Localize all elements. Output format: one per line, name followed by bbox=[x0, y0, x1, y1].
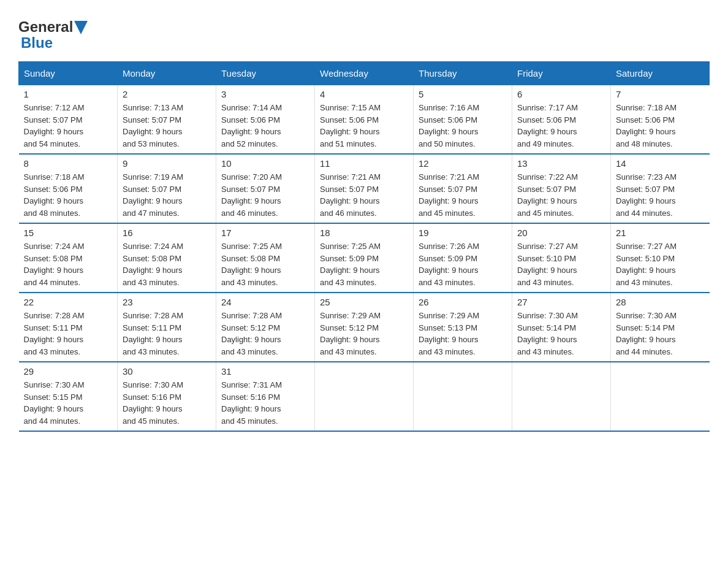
day-number: 12 bbox=[419, 158, 507, 169]
calendar-cell-w5-d2: 30Sunrise: 7:30 AMSunset: 5:16 PMDayligh… bbox=[118, 362, 216, 431]
calendar-cell-w2-d4: 11Sunrise: 7:21 AMSunset: 5:07 PMDayligh… bbox=[315, 154, 414, 223]
weekday-header-tuesday: Tuesday bbox=[216, 62, 315, 85]
day-number: 14 bbox=[616, 158, 705, 169]
day-number: 24 bbox=[221, 297, 309, 307]
calendar-cell-w3-d1: 15Sunrise: 7:24 AMSunset: 5:08 PMDayligh… bbox=[19, 223, 118, 293]
day-number: 18 bbox=[320, 228, 408, 238]
day-number: 3 bbox=[221, 89, 309, 99]
day-info: Sunrise: 7:13 AMSunset: 5:07 PMDaylight:… bbox=[123, 102, 211, 150]
day-number: 28 bbox=[616, 297, 705, 307]
calendar-cell-w3-d3: 17Sunrise: 7:25 AMSunset: 5:08 PMDayligh… bbox=[216, 223, 315, 293]
day-number: 10 bbox=[221, 158, 309, 169]
logo-blue-text: Blue bbox=[21, 34, 53, 52]
day-info: Sunrise: 7:18 AMSunset: 5:06 PMDaylight:… bbox=[616, 102, 705, 150]
day-number: 4 bbox=[320, 89, 408, 99]
day-info: Sunrise: 7:20 AMSunset: 5:07 PMDaylight:… bbox=[221, 171, 309, 219]
day-info: Sunrise: 7:27 AMSunset: 5:10 PMDaylight:… bbox=[517, 240, 605, 288]
calendar-cell-w4-d1: 22Sunrise: 7:28 AMSunset: 5:11 PMDayligh… bbox=[19, 293, 118, 362]
calendar-cell-w3-d5: 19Sunrise: 7:26 AMSunset: 5:09 PMDayligh… bbox=[414, 223, 512, 293]
day-info: Sunrise: 7:25 AMSunset: 5:08 PMDaylight:… bbox=[221, 240, 309, 288]
calendar-cell-w5-d3: 31Sunrise: 7:31 AMSunset: 5:16 PMDayligh… bbox=[216, 362, 315, 431]
day-info: Sunrise: 7:31 AMSunset: 5:16 PMDaylight:… bbox=[221, 379, 309, 427]
day-number: 30 bbox=[123, 366, 211, 377]
day-number: 5 bbox=[419, 89, 507, 99]
day-info: Sunrise: 7:15 AMSunset: 5:06 PMDaylight:… bbox=[320, 102, 408, 150]
week-row-4: 22Sunrise: 7:28 AMSunset: 5:11 PMDayligh… bbox=[19, 293, 710, 362]
weekday-header-saturday: Saturday bbox=[611, 62, 710, 85]
day-info: Sunrise: 7:21 AMSunset: 5:07 PMDaylight:… bbox=[320, 171, 408, 219]
day-info: Sunrise: 7:28 AMSunset: 5:11 PMDaylight:… bbox=[24, 310, 113, 358]
day-info: Sunrise: 7:12 AMSunset: 5:07 PMDaylight:… bbox=[24, 102, 113, 150]
calendar-cell-w1-d1: 1Sunrise: 7:12 AMSunset: 5:07 PMDaylight… bbox=[19, 85, 118, 155]
day-number: 2 bbox=[123, 89, 211, 99]
day-info: Sunrise: 7:27 AMSunset: 5:10 PMDaylight:… bbox=[616, 240, 705, 288]
week-row-1: 1Sunrise: 7:12 AMSunset: 5:07 PMDaylight… bbox=[19, 85, 710, 155]
weekday-header-sunday: Sunday bbox=[19, 62, 118, 85]
weekday-header-thursday: Thursday bbox=[414, 62, 512, 85]
day-info: Sunrise: 7:30 AMSunset: 5:15 PMDaylight:… bbox=[24, 379, 113, 427]
calendar-cell-w1-d4: 4Sunrise: 7:15 AMSunset: 5:06 PMDaylight… bbox=[315, 85, 414, 155]
calendar-cell-w2-d2: 9Sunrise: 7:19 AMSunset: 5:07 PMDaylight… bbox=[118, 154, 216, 223]
calendar-cell-w1-d3: 3Sunrise: 7:14 AMSunset: 5:06 PMDaylight… bbox=[216, 85, 315, 155]
day-number: 23 bbox=[123, 297, 211, 307]
calendar-cell-w5-d7 bbox=[611, 362, 710, 431]
day-info: Sunrise: 7:24 AMSunset: 5:08 PMDaylight:… bbox=[24, 240, 113, 288]
day-info: Sunrise: 7:14 AMSunset: 5:06 PMDaylight:… bbox=[221, 102, 309, 150]
day-number: 7 bbox=[616, 89, 705, 99]
calendar-cell-w1-d5: 5Sunrise: 7:16 AMSunset: 5:06 PMDaylight… bbox=[414, 85, 512, 155]
calendar-cell-w5-d5 bbox=[414, 362, 512, 431]
day-info: Sunrise: 7:30 AMSunset: 5:16 PMDaylight:… bbox=[123, 379, 211, 427]
day-number: 22 bbox=[24, 297, 113, 307]
svg-marker-0 bbox=[74, 21, 88, 34]
day-info: Sunrise: 7:28 AMSunset: 5:11 PMDaylight:… bbox=[123, 310, 211, 358]
calendar-cell-w2-d5: 12Sunrise: 7:21 AMSunset: 5:07 PMDayligh… bbox=[414, 154, 512, 223]
logo: General Blue bbox=[18, 12, 88, 52]
logo-row1: General bbox=[18, 18, 88, 36]
calendar-cell-w2-d6: 13Sunrise: 7:22 AMSunset: 5:07 PMDayligh… bbox=[512, 154, 611, 223]
day-info: Sunrise: 7:19 AMSunset: 5:07 PMDaylight:… bbox=[123, 171, 211, 219]
calendar-cell-w4-d4: 25Sunrise: 7:29 AMSunset: 5:12 PMDayligh… bbox=[315, 293, 414, 362]
day-info: Sunrise: 7:24 AMSunset: 5:08 PMDaylight:… bbox=[123, 240, 211, 288]
day-info: Sunrise: 7:18 AMSunset: 5:06 PMDaylight:… bbox=[24, 171, 113, 219]
day-info: Sunrise: 7:17 AMSunset: 5:06 PMDaylight:… bbox=[517, 102, 605, 150]
day-number: 21 bbox=[616, 228, 705, 238]
day-info: Sunrise: 7:30 AMSunset: 5:14 PMDaylight:… bbox=[517, 310, 605, 358]
calendar-cell-w4-d2: 23Sunrise: 7:28 AMSunset: 5:11 PMDayligh… bbox=[118, 293, 216, 362]
calendar-cell-w4-d7: 28Sunrise: 7:30 AMSunset: 5:14 PMDayligh… bbox=[611, 293, 710, 362]
logo-general-text: General bbox=[18, 18, 73, 36]
logo-arrow-icon bbox=[74, 21, 88, 34]
day-info: Sunrise: 7:26 AMSunset: 5:09 PMDaylight:… bbox=[419, 240, 507, 288]
day-info: Sunrise: 7:22 AMSunset: 5:07 PMDaylight:… bbox=[517, 171, 605, 219]
day-number: 15 bbox=[24, 228, 113, 238]
calendar-table: SundayMondayTuesdayWednesdayThursdayFrid… bbox=[18, 61, 710, 432]
calendar-cell-w2-d1: 8Sunrise: 7:18 AMSunset: 5:06 PMDaylight… bbox=[19, 154, 118, 223]
calendar-cell-w2-d3: 10Sunrise: 7:20 AMSunset: 5:07 PMDayligh… bbox=[216, 154, 315, 223]
day-info: Sunrise: 7:23 AMSunset: 5:07 PMDaylight:… bbox=[616, 171, 705, 219]
day-info: Sunrise: 7:29 AMSunset: 5:13 PMDaylight:… bbox=[419, 310, 507, 358]
day-number: 17 bbox=[221, 228, 309, 238]
day-number: 29 bbox=[24, 366, 113, 377]
day-number: 1 bbox=[24, 89, 113, 99]
weekday-header-wednesday: Wednesday bbox=[315, 62, 414, 85]
calendar-cell-w2-d7: 14Sunrise: 7:23 AMSunset: 5:07 PMDayligh… bbox=[611, 154, 710, 223]
calendar-cell-w3-d7: 21Sunrise: 7:27 AMSunset: 5:10 PMDayligh… bbox=[611, 223, 710, 293]
calendar-cell-w1-d6: 6Sunrise: 7:17 AMSunset: 5:06 PMDaylight… bbox=[512, 85, 611, 155]
week-row-3: 15Sunrise: 7:24 AMSunset: 5:08 PMDayligh… bbox=[19, 223, 710, 293]
weekday-header-friday: Friday bbox=[512, 62, 611, 85]
week-row-2: 8Sunrise: 7:18 AMSunset: 5:06 PMDaylight… bbox=[19, 154, 710, 223]
day-number: 20 bbox=[517, 228, 605, 238]
day-number: 6 bbox=[517, 89, 605, 99]
calendar-cell-w5-d6 bbox=[512, 362, 611, 431]
day-number: 13 bbox=[517, 158, 605, 169]
day-number: 27 bbox=[517, 297, 605, 307]
calendar-cell-w3-d4: 18Sunrise: 7:25 AMSunset: 5:09 PMDayligh… bbox=[315, 223, 414, 293]
day-info: Sunrise: 7:25 AMSunset: 5:09 PMDaylight:… bbox=[320, 240, 408, 288]
day-number: 9 bbox=[123, 158, 211, 169]
day-info: Sunrise: 7:30 AMSunset: 5:14 PMDaylight:… bbox=[616, 310, 705, 358]
calendar-cell-w3-d2: 16Sunrise: 7:24 AMSunset: 5:08 PMDayligh… bbox=[118, 223, 216, 293]
calendar-cell-w3-d6: 20Sunrise: 7:27 AMSunset: 5:10 PMDayligh… bbox=[512, 223, 611, 293]
day-info: Sunrise: 7:21 AMSunset: 5:07 PMDaylight:… bbox=[419, 171, 507, 219]
day-number: 11 bbox=[320, 158, 408, 169]
day-info: Sunrise: 7:16 AMSunset: 5:06 PMDaylight:… bbox=[419, 102, 507, 150]
day-number: 19 bbox=[419, 228, 507, 238]
